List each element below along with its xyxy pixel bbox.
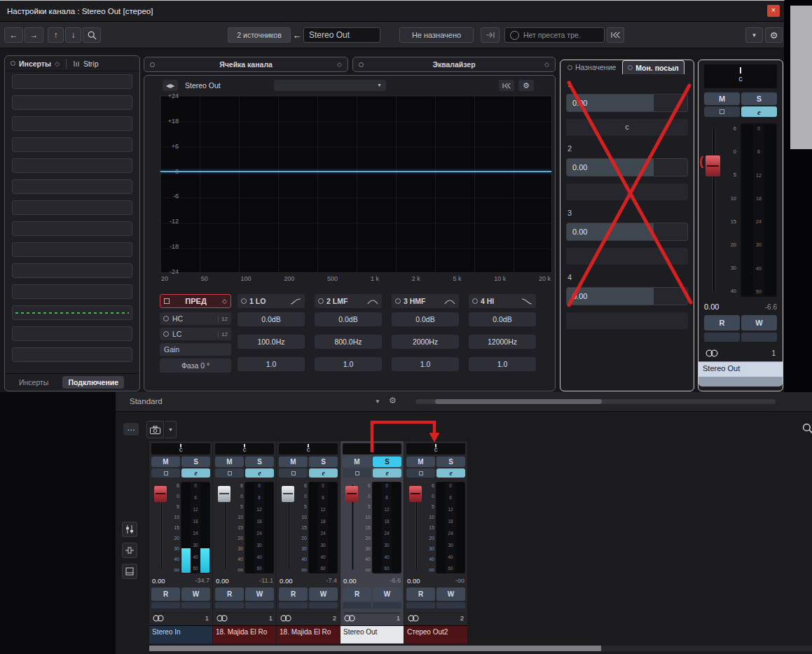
band-freq-field[interactable]: 100.0Hz — [238, 335, 305, 349]
read-button[interactable]: R — [279, 587, 308, 601]
band-gain-field[interactable]: 0.0dB — [238, 312, 305, 326]
pan-control[interactable]: c — [215, 443, 274, 454]
equalizer-section-header[interactable]: Эквалайзер ◇ — [352, 57, 556, 72]
eq-phase-row[interactable]: Фаза 0 ° — [160, 359, 231, 373]
gain-value[interactable]: 0.00 — [152, 577, 165, 585]
solo-button[interactable]: S — [181, 457, 210, 467]
write-button[interactable]: W — [741, 315, 777, 331]
send-pan-bar[interactable]: c — [566, 119, 688, 136]
channel-down-button[interactable]: ↓ — [65, 27, 81, 43]
insert-slot[interactable] — [12, 158, 132, 173]
fader-track[interactable] — [713, 127, 715, 293]
view-faders-button[interactable] — [122, 522, 137, 537]
input-sources-button[interactable]: 2 источников — [228, 27, 291, 43]
read-button[interactable]: R — [343, 587, 371, 601]
channel-name-label[interactable]: 18. Majida El Ro — [277, 625, 340, 643]
strip-tab-label[interactable]: Strip — [83, 60, 99, 68]
edit-button[interactable]: e — [309, 468, 338, 478]
send-level-bar[interactable]: 0.00 — [566, 94, 688, 112]
nav-forward-button[interactable]: → — [25, 27, 43, 43]
send-level-bar[interactable]: 0.00 — [566, 287, 688, 305]
tab-routing[interactable]: Назначение — [563, 60, 621, 74]
routing-edit-button[interactable] — [481, 27, 500, 43]
pan-control[interactable]: c — [151, 443, 210, 454]
power-icon[interactable] — [241, 298, 247, 304]
write-button[interactable]: W — [245, 587, 274, 601]
listen-button[interactable] — [215, 468, 244, 478]
bell-curve-icon[interactable] — [367, 297, 378, 305]
listen-button[interactable] — [279, 468, 308, 478]
eq-pre-button[interactable]: ПРЕД ◇ — [160, 294, 231, 308]
read-button[interactable]: R — [215, 587, 244, 601]
mixer-strip-stereo-in[interactable]: c MS e 6051015203040oo 06121824304060 0.… — [149, 441, 212, 643]
edit-button[interactable]: e — [181, 468, 210, 478]
power-icon[interactable] — [318, 298, 324, 304]
insert-slot[interactable] — [12, 347, 132, 362]
band-header[interactable]: 3 HMF — [392, 294, 459, 308]
channel-name-label[interactable]: Stereo Out — [699, 361, 783, 377]
send-pan-bar[interactable] — [566, 183, 688, 200]
eq-reset-button[interactable] — [499, 80, 514, 91]
gain-value[interactable]: 0.00 — [343, 577, 357, 585]
read-button[interactable]: R — [151, 587, 180, 601]
channel-up-button[interactable]: ↑ — [48, 27, 64, 43]
gain-value[interactable]: 0.00 — [704, 302, 719, 311]
insert-slot[interactable] — [12, 137, 132, 152]
lc-slope[interactable]: 12 — [218, 331, 228, 338]
low-shelf-curve-icon[interactable] — [290, 297, 301, 305]
chevron-down-icon[interactable]: ▼ — [375, 398, 380, 405]
tab-inserts[interactable]: Инсерты — [13, 376, 54, 389]
power-icon[interactable] — [395, 298, 401, 304]
insert-slot[interactable] — [12, 221, 132, 236]
read-button[interactable]: R — [704, 315, 740, 331]
band-freq-field[interactable]: 12000Hz — [469, 335, 536, 349]
eq-lc-row[interactable]: LC 12 — [160, 328, 231, 340]
write-button[interactable]: W — [309, 587, 338, 601]
view-io-button[interactable] — [122, 543, 137, 558]
fader-handle[interactable] — [409, 486, 422, 502]
mixer-search-button[interactable] — [802, 423, 812, 434]
band-gain-field[interactable]: 0.0dB — [315, 312, 382, 326]
window-titlebar[interactable]: Настройки канала : Stereo Out [стерео] × — [0, 1, 784, 22]
tab-cue-sends[interactable]: Мон. посыл — [622, 60, 684, 74]
eq-graph[interactable]: +24+18+60-6-12-18-24 — [160, 95, 552, 273]
rack-scrollbar[interactable] — [415, 399, 776, 404]
view-racks-button[interactable] — [122, 564, 137, 579]
insert-slot[interactable] — [12, 242, 132, 257]
band-gain-field[interactable]: 0.0dB — [392, 312, 459, 326]
listen-button[interactable] — [343, 468, 371, 478]
band-q-field[interactable]: 1.0 — [469, 357, 536, 371]
nav-back-button[interactable]: ← — [4, 27, 23, 43]
mixer-scrollbar[interactable] — [149, 646, 812, 651]
solo-button[interactable]: S — [373, 457, 401, 467]
mixer-strip-stereo-out2[interactable]: c MS e 6051015203040oo 06121824304060 0.… — [404, 441, 467, 643]
fader-handle[interactable] — [706, 155, 720, 176]
channel-name-label[interactable]: Stereo Out — [340, 625, 404, 643]
eq-preset-dropdown[interactable]: ▼ — [274, 80, 386, 91]
band-freq-field[interactable]: 2000Hz — [392, 335, 459, 349]
edit-button[interactable]: e — [436, 468, 465, 478]
fader-handle[interactable] — [345, 486, 358, 502]
power-icon[interactable] — [472, 298, 478, 304]
listen-button[interactable] — [151, 468, 180, 478]
solo-button[interactable]: S — [436, 457, 465, 467]
mute-button[interactable]: M — [704, 92, 740, 105]
functions-dropdown-button[interactable]: ▼ — [745, 27, 763, 43]
mixer-strip-stereo-out[interactable]: c MS e 6051015203040oo 06121824304060 0.… — [340, 441, 404, 643]
band-q-field[interactable]: 1.0 — [238, 357, 305, 371]
channel-strip-section-header[interactable]: Ячейка канала ◇ — [144, 57, 348, 72]
band-freq-field[interactable]: 800.0Hz — [315, 335, 382, 349]
insert-slot[interactable] — [12, 95, 132, 110]
preset-field[interactable]: Нет пресета тре. — [504, 27, 605, 43]
write-button[interactable]: W — [373, 587, 401, 601]
channel-search-button[interactable] — [83, 27, 101, 43]
mute-button[interactable]: M — [406, 457, 435, 467]
fader-handle[interactable] — [154, 486, 167, 502]
send-level-bar[interactable]: 0.00 — [566, 223, 688, 241]
hc-slope[interactable]: 12 — [218, 316, 228, 322]
high-shelf-curve-icon[interactable] — [521, 297, 532, 305]
racks-preset-label[interactable]: Standard — [130, 397, 163, 405]
channel-name-label[interactable]: Стерео Out2 — [404, 625, 467, 643]
edit-button[interactable]: e — [373, 468, 401, 478]
insert-slot[interactable] — [12, 116, 132, 131]
